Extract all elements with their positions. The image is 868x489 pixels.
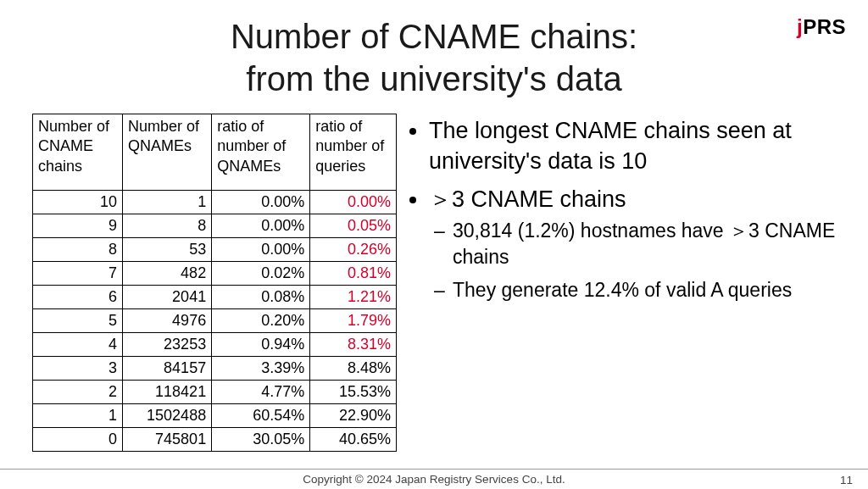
table-row: 21184214.77%15.53%	[33, 381, 397, 404]
table-cell: 482	[123, 262, 212, 286]
table-cell: 0.08%	[212, 286, 310, 309]
table-row: 549760.20%1.79%	[33, 309, 397, 333]
table-cell: 9	[33, 214, 123, 238]
table-row: 8530.00%0.26%	[33, 238, 397, 262]
table-header-row: Number of CNAME chains Number of QNAMEs …	[33, 114, 397, 191]
table-cell: 7	[33, 262, 123, 286]
table-cell: 0	[33, 428, 123, 452]
table-cell: 0.00%	[310, 191, 397, 214]
col-header-chains: Number of CNAME chains	[33, 114, 123, 191]
col-header-ratio-queries: ratio of number of queries	[310, 114, 397, 191]
table-cell: 8.31%	[310, 333, 397, 357]
table-cell: 2041	[123, 286, 212, 309]
table-cell: 0.26%	[310, 238, 397, 262]
table-cell: 5	[33, 309, 123, 333]
slide: jPRS Number of CNAME chains: from the un…	[0, 0, 868, 489]
table-row: 074580130.05%40.65%	[33, 428, 397, 452]
table-cell: 8	[33, 238, 123, 262]
page-number: 11	[840, 474, 853, 486]
table-cell: 84157	[123, 357, 212, 381]
table-cell: 2	[33, 381, 123, 404]
bullet-1: The longest CNAME chains seen at univers…	[429, 115, 851, 177]
table-row: 980.00%0.05%	[33, 214, 397, 238]
table-row: 3841573.39%8.48%	[33, 357, 397, 381]
table-cell: 0.81%	[310, 262, 397, 286]
title-line-2: from the university's data	[0, 58, 868, 100]
table-cell: 1.79%	[310, 309, 397, 333]
table-cell: 23253	[123, 333, 212, 357]
table-cell: 4976	[123, 309, 212, 333]
table-cell: 1502488	[123, 404, 212, 428]
table-cell: 0.00%	[212, 214, 310, 238]
table-row: 4232530.94%8.31%	[33, 333, 397, 357]
table-cell: 745801	[123, 428, 212, 452]
table-cell: 4.77%	[212, 381, 310, 404]
table-cell: 8	[123, 214, 212, 238]
table-cell: 8.48%	[310, 357, 397, 381]
table-cell: 1	[123, 191, 212, 214]
table-cell: 53	[123, 238, 212, 262]
table-cell: 0.94%	[212, 333, 310, 357]
table-cell: 40.65%	[310, 428, 397, 452]
col-header-qnames: Number of QNAMEs	[123, 114, 212, 191]
table-cell: 0.00%	[212, 238, 310, 262]
col-header-ratio-qnames: ratio of number of QNAMEs	[212, 114, 310, 191]
table-cell: 0.05%	[310, 214, 397, 238]
cname-table: Number of CNAME chains Number of QNAMEs …	[32, 114, 397, 452]
content-area: Number of CNAME chains Number of QNAMEs …	[32, 114, 851, 455]
table-cell: 0.20%	[212, 309, 310, 333]
table-cell: 118421	[123, 381, 212, 404]
table-cell: 4	[33, 333, 123, 357]
table-cell: 0.02%	[212, 262, 310, 286]
table-cell: 60.54%	[212, 404, 310, 428]
table-cell: 1	[33, 404, 123, 428]
bullet-2b: They generate 12.4% of valid A queries	[453, 277, 851, 303]
slide-title: Number of CNAME chains: from the univers…	[0, 15, 868, 100]
title-line-1: Number of CNAME chains:	[231, 18, 637, 55]
bullet-area: The longest CNAME chains seen at univers…	[405, 114, 851, 455]
table-row: 1010.00%0.00%	[33, 191, 397, 214]
bullet-2a: 30,814 (1.2%) hostnames have ＞3 CNAME ch…	[453, 218, 851, 270]
table-cell: 1.21%	[310, 286, 397, 309]
table-row: 620410.08%1.21%	[33, 286, 397, 309]
table-cell: 22.90%	[310, 404, 397, 428]
table-row: 1150248860.54%22.90%	[33, 404, 397, 428]
table-cell: 3.39%	[212, 357, 310, 381]
table-cell: 6	[33, 286, 123, 309]
copyright-text: Copyright © 2024 Japan Registry Services…	[303, 473, 565, 486]
table-cell: 3	[33, 357, 123, 381]
footer: Copyright © 2024 Japan Registry Services…	[0, 469, 868, 489]
table-cell: 0.00%	[212, 191, 310, 214]
table-cell: 10	[33, 191, 123, 214]
table-row: 74820.02%0.81%	[33, 262, 397, 286]
table-cell: 30.05%	[212, 428, 310, 452]
table-body: 1010.00%0.00%980.00%0.05%8530.00%0.26%74…	[33, 191, 397, 452]
table-cell: 15.53%	[310, 381, 397, 404]
data-table-wrap: Number of CNAME chains Number of QNAMEs …	[32, 114, 397, 455]
bullet-2-text: ＞3 CNAME chains	[429, 186, 626, 212]
bullet-2: ＞3 CNAME chains 30,814 (1.2%) hostnames …	[429, 184, 851, 304]
